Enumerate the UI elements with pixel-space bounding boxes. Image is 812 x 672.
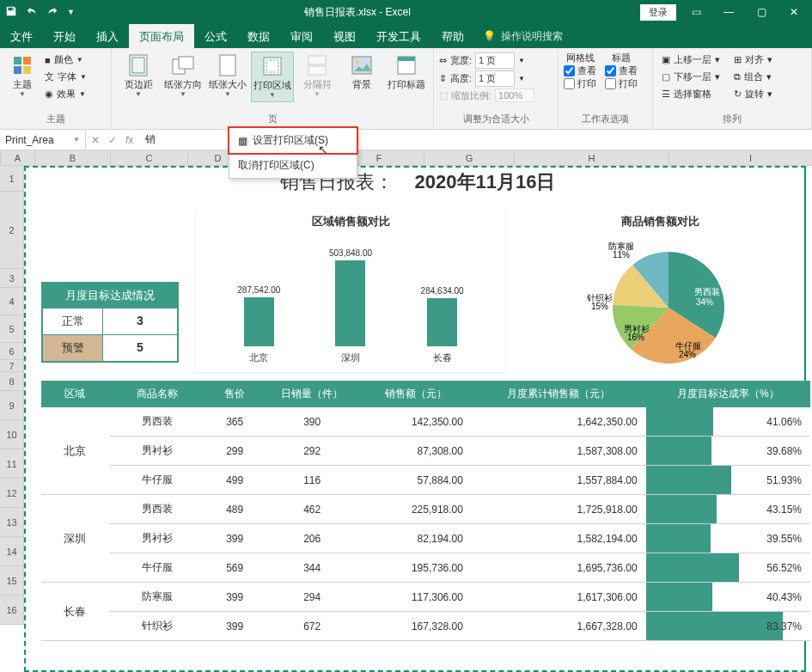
row-header[interactable]: 5 xyxy=(0,315,24,343)
align-icon: ⊞ xyxy=(734,54,742,65)
fit-width-select[interactable]: 1 页 xyxy=(475,52,515,69)
menu-bar: 文件 开始 插入 页面布局 公式 数据 审阅 视图 开发工具 帮助 💡 操作说明… xyxy=(0,24,812,48)
table-header: 日销量（件） xyxy=(264,381,361,407)
scale-input[interactable]: 100% xyxy=(495,89,534,102)
col-header[interactable]: I xyxy=(669,150,812,165)
tab-help[interactable]: 帮助 xyxy=(431,24,474,48)
selection-pane-icon: ☰ xyxy=(662,89,670,100)
svg-rect-3 xyxy=(23,66,31,74)
col-header[interactable]: H xyxy=(515,150,669,165)
row-header[interactable]: 10 xyxy=(0,420,24,449)
row-header[interactable]: 8 xyxy=(0,372,24,391)
gridlines-view-checkbox[interactable]: 查看 xyxy=(564,64,596,77)
tab-file[interactable]: 文件 xyxy=(0,24,43,48)
row-header[interactable]: 16 xyxy=(0,596,24,625)
undo-icon[interactable] xyxy=(26,5,38,20)
themes-button[interactable]: 主题▼ xyxy=(5,52,40,101)
row-header[interactable]: 1 xyxy=(0,166,24,192)
svg-rect-0 xyxy=(14,57,21,64)
save-icon[interactable] xyxy=(5,5,17,20)
set-print-area-item[interactable]: ▦设置打印区域(S) xyxy=(228,126,358,155)
login-button[interactable]: 登录 xyxy=(640,4,676,21)
table-header: 区域 xyxy=(41,381,109,407)
row-header[interactable]: 3 xyxy=(0,269,24,288)
print-area-button[interactable]: 打印区域▼ xyxy=(251,52,294,102)
name-box[interactable]: Print_Area▼ xyxy=(0,130,86,150)
group-button[interactable]: ⧉组合 ▾ xyxy=(730,69,776,85)
margins-button[interactable]: 页边距▼ xyxy=(117,52,160,101)
bring-forward-button[interactable]: ▣上移一层 ▾ xyxy=(658,52,723,68)
align-button[interactable]: ⊞对齐 ▾ xyxy=(730,52,776,68)
row-header[interactable]: 15 xyxy=(0,566,24,596)
qat-more-icon[interactable]: ▼ xyxy=(67,8,75,16)
fit-height-select[interactable]: 1 页 xyxy=(475,70,515,87)
orientation-button[interactable]: 纸张方向▼ xyxy=(162,52,205,101)
col-header[interactable]: A xyxy=(1,150,35,165)
effects-icon: ◉ xyxy=(45,89,53,100)
rotate-button[interactable]: ↻旋转 ▾ xyxy=(730,86,776,102)
tab-data[interactable]: 数据 xyxy=(237,24,280,48)
tab-home[interactable]: 开始 xyxy=(43,24,86,48)
row-header[interactable]: 12 xyxy=(0,479,24,508)
svg-text:24%: 24% xyxy=(679,350,696,359)
col-header[interactable]: G xyxy=(424,150,515,165)
row-header[interactable]: 4 xyxy=(0,288,24,315)
background-icon xyxy=(350,53,374,77)
tab-developer[interactable]: 开发工具 xyxy=(366,24,431,48)
tab-page-layout[interactable]: 页面布局 xyxy=(129,24,194,48)
print-titles-button[interactable]: 打印标题 xyxy=(385,52,428,92)
breaks-button[interactable]: 分隔符▼ xyxy=(296,52,339,101)
formula-input[interactable]: 销 xyxy=(142,132,159,147)
sales-data-table: 区域商品名称售价日销量（件）销售额（元）月度累计销售额（元）月度目标达成率（%）… xyxy=(41,381,810,641)
ribbon-options-icon[interactable]: ▭ xyxy=(683,6,709,18)
pie-chart[interactable]: 商品销售额对比 男西装34% 牛仔服24% 男衬衫16% 针织衫15% 防寒服1… xyxy=(522,209,797,372)
selection-pane-button[interactable]: ☰选择窗格 xyxy=(658,86,723,102)
row-header[interactable]: 7 xyxy=(0,360,24,372)
fx-icon[interactable]: fx xyxy=(125,134,133,146)
forward-icon: ▣ xyxy=(662,54,670,65)
size-button[interactable]: 纸张大小▼ xyxy=(206,52,249,101)
table-row: 男衬衫39920682,194.001,582,194.0039.55% xyxy=(41,524,810,553)
gridlines-print-checkbox[interactable]: 打印 xyxy=(564,77,596,90)
bar-chart[interactable]: 区域销售额对比 287,542.00503,848.00284,634.00 北… xyxy=(196,209,505,372)
print-area-dropdown: ▦设置打印区域(S) 取消打印区域(C) xyxy=(229,127,357,179)
tab-review[interactable]: 审阅 xyxy=(280,24,323,48)
col-header[interactable]: B xyxy=(35,150,111,165)
svg-rect-12 xyxy=(308,66,326,75)
themes-icon xyxy=(10,53,34,77)
row-header[interactable]: 11 xyxy=(0,449,24,479)
tab-view[interactable]: 视图 xyxy=(323,24,366,48)
tell-me-search[interactable]: 💡 操作说明搜索 xyxy=(474,24,571,48)
bar-chart-title: 区域销售额对比 xyxy=(196,209,505,235)
enter-icon[interactable]: ✓ xyxy=(108,134,117,146)
clear-print-area-item[interactable]: 取消打印区域(C) xyxy=(229,153,357,178)
effects-button[interactable]: ◉效果 ▼ xyxy=(41,86,90,102)
cancel-icon[interactable]: ✕ xyxy=(91,134,100,146)
row-header[interactable]: 14 xyxy=(0,537,24,566)
row-header[interactable]: 9 xyxy=(0,391,24,420)
fonts-button[interactable]: 文字体 ▼ xyxy=(41,69,90,85)
close-icon[interactable]: ✕ xyxy=(781,6,807,18)
tab-formulas[interactable]: 公式 xyxy=(194,24,237,48)
col-header[interactable]: C xyxy=(111,150,188,165)
maximize-icon[interactable]: ▢ xyxy=(748,6,774,18)
headings-view-checkbox[interactable]: 查看 xyxy=(605,64,638,77)
breaks-icon xyxy=(305,53,329,77)
table-row: 男衬衫29929287,308.001,587,308.0039.68% xyxy=(41,437,810,466)
background-button[interactable]: 背景 xyxy=(340,52,383,92)
minimize-icon[interactable]: — xyxy=(716,6,742,18)
row-header[interactable]: 13 xyxy=(0,508,24,537)
status-summary-box: 月度目标达成情况 正常3 预警5 xyxy=(41,282,179,363)
row-header[interactable]: 2 xyxy=(0,192,24,269)
window-title: 销售日报表.xlsx - Excel xyxy=(75,5,640,20)
colors-button[interactable]: ■颜色 ▼ xyxy=(41,52,90,68)
redo-icon[interactable] xyxy=(46,5,58,20)
headings-print-checkbox[interactable]: 打印 xyxy=(605,77,638,90)
row-header[interactable]: 6 xyxy=(0,343,24,360)
tab-insert[interactable]: 插入 xyxy=(86,24,129,48)
print-area-icon xyxy=(260,54,284,78)
print-titles-icon xyxy=(394,53,418,77)
table-header: 商品名称 xyxy=(109,381,206,407)
send-backward-button[interactable]: ▢下移一层 ▾ xyxy=(658,69,723,85)
sheet-canvas[interactable]: 销售日报表： 2020年11月16日 月度目标达成情况 正常3 预警5 区域销售… xyxy=(24,166,812,672)
